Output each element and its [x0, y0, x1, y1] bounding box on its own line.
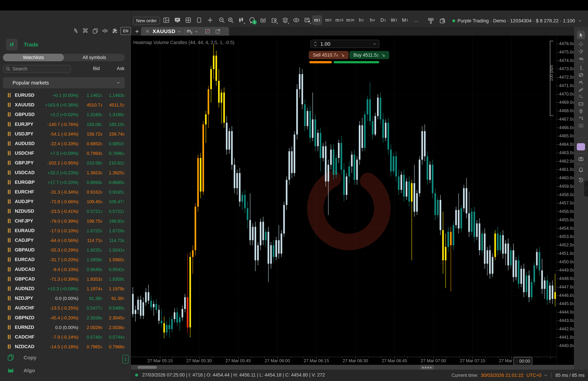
- watchlist-row[interactable]: CADJPY-64.4 (-0.56%)114.716114.736: [0, 235, 131, 245]
- ask-price[interactable]: 1.83591: [109, 277, 125, 282]
- watchlist-row[interactable]: USDJPY-54.1 (-0.34%)159.728159.746: [0, 129, 131, 139]
- ask-price[interactable]: 0.91651: [109, 189, 125, 195]
- channel-tool[interactable]: [577, 86, 585, 93]
- synced-crosshair-tool[interactable]: [577, 48, 585, 55]
- close-tab-icon[interactable]: ✕: [146, 29, 149, 34]
- ask-price[interactable]: 1.14630: [109, 93, 125, 98]
- timeframe-W1[interactable]: W1: [389, 15, 399, 25]
- ask-price[interactable]: 1.31862: [109, 112, 125, 117]
- bid-price[interactable]: 1.19744: [87, 286, 102, 291]
- watchlist-row[interactable]: EURNZD0.0 (0.00%)2.002992.00360: [0, 322, 131, 332]
- watchlist-row[interactable]: XAUUSD+163.9 (+0.36%)4510.744511.52: [0, 100, 131, 110]
- trade-app-icon[interactable]: [6, 39, 18, 50]
- bid-price[interactable]: 159.728: [87, 132, 102, 137]
- ask-price[interactable]: 1.67268: [109, 228, 125, 234]
- watchlist-row[interactable]: AUDCHF-13.5 (-0.25%)0.547720.54808: [0, 303, 131, 313]
- watchlist-row[interactable]: CHFJPY-79.0 (-0.39%)199.759199.834: [0, 216, 131, 226]
- timeframes-more-button[interactable]: ...: [411, 15, 421, 25]
- zoom-in-icon[interactable]: [227, 16, 235, 24]
- drawing-disabled-icon[interactable]: [205, 28, 210, 34]
- ask-price[interactable]: 1.19786: [109, 286, 125, 291]
- ask-price[interactable]: 0.79669: [109, 344, 125, 350]
- bid-price[interactable]: 0.91626: [87, 189, 102, 195]
- ask-price[interactable]: 2.00360: [109, 325, 125, 330]
- price-axis[interactable]: 4476.004475.004474.004473.004472.004471.…: [557, 36, 574, 365]
- ask-price[interactable]: 114.736: [109, 238, 125, 243]
- ask-price[interactable]: 0.79964: [109, 151, 125, 156]
- command-icon[interactable]: ⌘: [82, 27, 89, 35]
- bid-price[interactable]: 109.459: [87, 199, 102, 204]
- add-tab-button[interactable]: +: [133, 28, 141, 35]
- timeframe-D1[interactable]: D1: [378, 15, 388, 25]
- volume-stepper[interactable]: 1.00: [310, 40, 379, 48]
- symbol-dropdown-icon[interactable]: [177, 31, 181, 33]
- ask-price[interactable]: 0.57221: [109, 209, 125, 214]
- chevron-down-icon[interactable]: [373, 43, 376, 45]
- bid-price[interactable]: 1.59583: [87, 257, 102, 262]
- session-time-badge[interactable]: ⋮⋮ 00:00: [513, 357, 532, 365]
- bid-price[interactable]: 0.54772: [87, 305, 102, 311]
- bid-price[interactable]: 199.759: [87, 219, 102, 224]
- layers-icon[interactable]: [281, 16, 289, 24]
- fibonacci-tool[interactable]: F: [577, 93, 585, 100]
- bid-price[interactable]: 91.380: [89, 296, 102, 301]
- chart-settings-icon[interactable]: [303, 16, 311, 24]
- bid-price[interactable]: 4510.74: [87, 102, 102, 108]
- replay-tool[interactable]: [577, 177, 585, 183]
- elliott-wave-tool[interactable]: E: [577, 79, 585, 86]
- screenshot-camera-tool[interactable]: [577, 156, 585, 162]
- ask-price[interactable]: 1.92419: [109, 247, 125, 253]
- watchlist-row[interactable]: GBPUSD+2.2 (+0.02%)1.318301.31862: [0, 110, 131, 119]
- chart-tab-active[interactable]: ✕ XAUUSD m1: [141, 27, 229, 36]
- single-panel-icon[interactable]: [195, 16, 203, 24]
- bid-price[interactable]: 1.92351: [87, 247, 102, 253]
- add-chart-icon[interactable]: [206, 16, 214, 24]
- ask-price[interactable]: 109.477: [109, 199, 125, 204]
- sidebar-item-copy[interactable]: Copy: [0, 353, 131, 363]
- withdrawal-atm-icon[interactable]: [427, 17, 435, 24]
- plugin-puzzle-icon[interactable]: [111, 27, 119, 35]
- bid-price[interactable]: 0.79935: [87, 151, 102, 156]
- bid-price[interactable]: 1.39230: [87, 170, 102, 176]
- alerts-bell-tool[interactable]: [577, 166, 585, 173]
- scrollbar-thumb[interactable]: [138, 366, 157, 369]
- watchlist-row[interactable]: AUDNZD+10.3 (+0.09%)1.197441.19786: [0, 284, 131, 293]
- ask-price[interactable]: 0.68537: [109, 141, 125, 146]
- watchlist-row[interactable]: USDCHF+7.5 (+0.09%)0.799350.79964: [0, 148, 131, 158]
- timeframe-m15[interactable]: m15: [335, 15, 344, 25]
- color-swatch-tool[interactable]: [577, 143, 585, 150]
- ask-price[interactable]: 183.105: [109, 122, 125, 127]
- tools-gear-icon[interactable]: [270, 16, 278, 24]
- text-tool[interactable]: A: [577, 122, 585, 129]
- rectangle-tool[interactable]: [577, 101, 585, 107]
- crosshair-tool[interactable]: [577, 41, 585, 47]
- speaker-icon[interactable]: [101, 27, 109, 35]
- watchlist-row[interactable]: CADCHF-7.9 (-0.14%)0.574000.57443: [0, 332, 131, 342]
- ask-price[interactable]: 210.622: [109, 160, 125, 166]
- bid-price[interactable]: 0.57400: [87, 335, 102, 340]
- ask-price[interactable]: 0.54808: [109, 305, 125, 311]
- watchlist-row[interactable]: EURCAD-31.7 (-0.20%)1.595831.59601: [0, 255, 131, 264]
- eye-visibility-icon[interactable]: [292, 16, 300, 24]
- chevron-down-icon[interactable]: [544, 374, 547, 376]
- watchlist-row[interactable]: EURJPY-140.7 (-0.76%)183.081183.105: [0, 119, 131, 129]
- volume-value[interactable]: 1.00: [320, 41, 373, 47]
- account-selector[interactable]: Purple Trading · Demo · 12034304 · $ 8 2…: [427, 17, 582, 24]
- notifications-chat-icon[interactable]: 1: [248, 16, 256, 24]
- zoom-out-icon[interactable]: [218, 16, 226, 24]
- ask-price[interactable]: 199.834: [109, 219, 125, 224]
- chart-scrollbar[interactable]: [131, 365, 574, 370]
- ask-price[interactable]: 1.39252: [109, 170, 125, 176]
- ask-price[interactable]: 1.59601: [109, 257, 125, 262]
- cursor-tool-button[interactable]: [577, 31, 585, 39]
- watchlist-row[interactable]: NZDUSD-23.5 (-0.41%)0.572130.57221: [0, 206, 131, 216]
- bid-price[interactable]: 0.86930: [87, 180, 102, 185]
- watchlist-row[interactable]: EURCHF-31.3 (-0.34%)0.916260.91651: [0, 187, 131, 197]
- watchlist-row[interactable]: EURUSD+0.1 (0.00%)1.146151.14630: [0, 90, 131, 100]
- watchlist-row[interactable]: AUDUSD-22.4 (-0.33%)0.685200.68537: [0, 139, 131, 148]
- ask-price[interactable]: 91.397: [111, 296, 125, 301]
- algo-robot-icon[interactable]: [259, 16, 267, 24]
- ask-price[interactable]: 0.86950: [109, 180, 125, 185]
- bid-price[interactable]: 210.590: [87, 160, 102, 166]
- new-order-button[interactable]: New order: [133, 17, 160, 24]
